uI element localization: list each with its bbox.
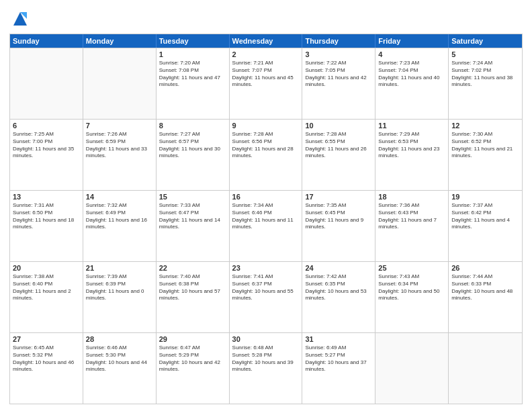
calendar-row-5: 27Sunrise: 6:45 AMSunset: 5:32 PMDayligh… [10,332,522,404]
cal-cell: 20Sunrise: 7:38 AMSunset: 6:40 PMDayligh… [10,262,83,332]
cal-cell: 2Sunrise: 7:21 AMSunset: 7:07 PMDaylight… [230,48,303,119]
cal-cell: 12Sunrise: 7:30 AMSunset: 6:52 PMDayligh… [449,120,522,190]
cell-info: Sunrise: 7:30 AMSunset: 6:52 PMDaylight:… [451,131,519,160]
cal-cell [10,48,83,119]
cal-cell: 28Sunrise: 6:46 AMSunset: 5:30 PMDayligh… [83,333,157,404]
cell-info: Sunrise: 7:24 AMSunset: 7:02 PMDaylight:… [451,60,519,89]
day-number: 28 [86,335,153,343]
calendar-row-1: 1Sunrise: 7:20 AMSunset: 7:08 PMDaylight… [10,48,522,119]
day-number: 10 [305,122,372,130]
day-number: 14 [86,193,153,201]
cell-info: Sunrise: 7:28 AMSunset: 6:55 PMDaylight:… [305,131,372,160]
day-number: 23 [232,264,300,272]
cal-cell: 11Sunrise: 7:29 AMSunset: 6:53 PMDayligh… [375,120,449,190]
cal-cell: 24Sunrise: 7:42 AMSunset: 6:35 PMDayligh… [302,262,375,332]
header-day-sunday: Sunday [10,34,83,48]
day-number: 20 [13,264,80,272]
cal-cell: 25Sunrise: 7:43 AMSunset: 6:34 PMDayligh… [375,262,449,332]
cell-info: Sunrise: 7:21 AMSunset: 7:07 PMDaylight:… [232,60,300,89]
calendar: SundayMondayTuesdayWednesdayThursdayFrid… [9,34,523,404]
calendar-row-3: 13Sunrise: 7:31 AMSunset: 6:50 PMDayligh… [10,190,522,261]
day-number: 18 [378,193,445,201]
day-number: 16 [232,193,300,201]
cal-cell: 29Sunrise: 6:47 AMSunset: 5:29 PMDayligh… [157,333,230,404]
cell-info: Sunrise: 7:39 AMSunset: 6:39 PMDaylight:… [86,273,153,302]
cell-info: Sunrise: 7:28 AMSunset: 6:56 PMDaylight:… [232,131,300,160]
cal-cell: 4Sunrise: 7:23 AMSunset: 7:04 PMDaylight… [375,48,449,119]
day-number: 17 [305,193,372,201]
day-number: 30 [232,335,300,343]
cal-cell [375,333,449,404]
cell-info: Sunrise: 7:42 AMSunset: 6:35 PMDaylight:… [305,273,372,302]
calendar-row-4: 20Sunrise: 7:38 AMSunset: 6:40 PMDayligh… [10,261,522,332]
cal-cell: 9Sunrise: 7:28 AMSunset: 6:56 PMDaylight… [230,120,303,190]
cal-cell: 23Sunrise: 7:41 AMSunset: 6:37 PMDayligh… [230,262,303,332]
cal-cell: 8Sunrise: 7:27 AMSunset: 6:57 PMDaylight… [157,120,230,190]
cal-cell: 6Sunrise: 7:25 AMSunset: 7:00 PMDaylight… [10,120,83,190]
header-day-friday: Friday [375,34,449,48]
cal-cell [83,48,157,119]
day-number: 27 [13,335,80,343]
cell-info: Sunrise: 7:35 AMSunset: 6:45 PMDaylight:… [305,202,372,231]
header-day-thursday: Thursday [302,34,375,48]
cell-info: Sunrise: 7:43 AMSunset: 6:34 PMDaylight:… [378,273,445,302]
cell-info: Sunrise: 6:48 AMSunset: 5:28 PMDaylight:… [232,345,300,373]
day-number: 4 [378,50,445,58]
cal-cell: 15Sunrise: 7:33 AMSunset: 6:47 PMDayligh… [157,191,230,261]
cell-info: Sunrise: 6:47 AMSunset: 5:29 PMDaylight:… [159,345,226,373]
header-day-wednesday: Wednesday [230,34,303,48]
header [9,7,523,28]
day-number: 24 [305,264,372,272]
day-number: 31 [305,335,372,343]
cal-cell [449,333,522,404]
day-number: 22 [159,264,226,272]
day-number: 13 [13,193,80,201]
cell-info: Sunrise: 7:27 AMSunset: 6:57 PMDaylight:… [159,131,226,160]
cell-info: Sunrise: 6:46 AMSunset: 5:30 PMDaylight:… [86,345,153,373]
calendar-header: SundayMondayTuesdayWednesdayThursdayFrid… [10,34,522,48]
day-number: 3 [305,50,372,58]
cell-info: Sunrise: 7:32 AMSunset: 6:49 PMDaylight:… [86,202,153,231]
cal-cell: 3Sunrise: 7:22 AMSunset: 7:05 PMDaylight… [302,48,375,119]
day-number: 21 [86,264,153,272]
day-number: 26 [451,264,519,272]
cell-info: Sunrise: 7:29 AMSunset: 6:53 PMDaylight:… [378,131,445,160]
day-number: 19 [451,193,519,201]
cell-info: Sunrise: 7:23 AMSunset: 7:04 PMDaylight:… [378,60,445,89]
cell-info: Sunrise: 6:49 AMSunset: 5:27 PMDaylight:… [305,345,372,373]
cell-info: Sunrise: 7:41 AMSunset: 6:37 PMDaylight:… [232,273,300,302]
cal-cell: 13Sunrise: 7:31 AMSunset: 6:50 PMDayligh… [10,191,83,261]
day-number: 15 [159,193,226,201]
logo [9,9,30,28]
cell-info: Sunrise: 7:44 AMSunset: 6:33 PMDaylight:… [451,273,519,302]
day-number: 8 [159,122,226,130]
cal-cell: 26Sunrise: 7:44 AMSunset: 6:33 PMDayligh… [449,262,522,332]
cell-info: Sunrise: 7:26 AMSunset: 6:59 PMDaylight:… [86,131,153,160]
day-number: 2 [232,50,300,58]
cell-info: Sunrise: 7:36 AMSunset: 6:43 PMDaylight:… [378,202,445,231]
day-number: 9 [232,122,300,130]
cell-info: Sunrise: 6:45 AMSunset: 5:32 PMDaylight:… [13,345,80,373]
cell-info: Sunrise: 7:37 AMSunset: 6:42 PMDaylight:… [451,202,519,231]
cal-cell: 27Sunrise: 6:45 AMSunset: 5:32 PMDayligh… [10,333,83,404]
day-number: 12 [451,122,519,130]
cal-cell: 22Sunrise: 7:40 AMSunset: 6:38 PMDayligh… [157,262,230,332]
page: SundayMondayTuesdayWednesdayThursdayFrid… [0,0,532,411]
cell-info: Sunrise: 7:38 AMSunset: 6:40 PMDaylight:… [13,273,80,302]
cal-cell: 30Sunrise: 6:48 AMSunset: 5:28 PMDayligh… [230,333,303,404]
day-number: 25 [378,264,445,272]
cal-cell: 16Sunrise: 7:34 AMSunset: 6:46 PMDayligh… [230,191,303,261]
header-day-monday: Monday [83,34,157,48]
cell-info: Sunrise: 7:40 AMSunset: 6:38 PMDaylight:… [159,273,226,302]
cal-cell: 1Sunrise: 7:20 AMSunset: 7:08 PMDaylight… [157,48,230,119]
calendar-row-2: 6Sunrise: 7:25 AMSunset: 7:00 PMDaylight… [10,119,522,190]
cal-cell: 18Sunrise: 7:36 AMSunset: 6:43 PMDayligh… [375,191,449,261]
day-number: 11 [378,122,445,130]
day-number: 1 [159,50,226,58]
day-number: 29 [159,335,226,343]
cal-cell: 21Sunrise: 7:39 AMSunset: 6:39 PMDayligh… [83,262,157,332]
day-number: 6 [13,122,80,130]
header-day-saturday: Saturday [449,34,522,48]
day-number: 7 [86,122,153,130]
cal-cell: 31Sunrise: 6:49 AMSunset: 5:27 PMDayligh… [302,333,375,404]
